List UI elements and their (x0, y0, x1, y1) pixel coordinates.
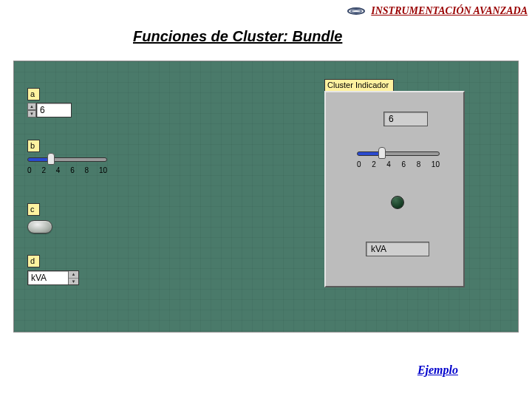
combo-value-d: kVA (28, 271, 68, 284)
tick-label: 6 (402, 160, 406, 168)
brand-logo (346, 4, 366, 18)
indicator-slider: 0 2 4 6 8 10 (357, 149, 440, 168)
slider-track (27, 157, 107, 162)
tick-label: 0 (27, 166, 32, 174)
slider-ticks-b: 0 2 4 6 8 10 (27, 166, 107, 174)
control-a-label: a (27, 88, 40, 100)
tick-label: 4 (386, 160, 391, 168)
tick-label: 0 (357, 160, 361, 168)
indicator-numeric: 6 (383, 112, 428, 126)
ejemplo-link[interactable]: Ejemplo (417, 364, 458, 377)
slider-thumb[interactable] (47, 153, 55, 165)
decrement-icon[interactable]: ▼ (27, 110, 36, 117)
control-b-label: b (27, 140, 40, 152)
combo-spin-buttons[interactable]: ▲ ▼ (68, 271, 78, 284)
page-title: Funciones de Cluster: Bundle (133, 28, 342, 45)
cluster-indicator: 6 0 2 4 6 8 10 kVA (324, 91, 465, 287)
brand-title: INSTRUMENTACIÓN AVANZADA (371, 5, 528, 17)
tick-label: 4 (56, 166, 61, 174)
spin-buttons[interactable]: ▲ ▼ (27, 103, 36, 117)
tick-label: 10 (432, 160, 440, 168)
tick-label: 8 (417, 160, 421, 168)
tick-label: 2 (372, 160, 376, 168)
chevron-up-icon[interactable]: ▲ (69, 271, 78, 279)
control-c-label: c (27, 203, 40, 216)
tick-label: 10 (99, 166, 107, 174)
increment-icon[interactable]: ▲ (27, 103, 36, 110)
tick-label: 2 (41, 166, 46, 174)
control-a: a ▲ ▼ 6 (27, 86, 72, 117)
combo-control-d[interactable]: kVA ▲ ▼ (27, 270, 79, 285)
control-b: b 0 2 4 6 8 10 (27, 138, 107, 174)
control-c: c (27, 202, 52, 233)
header-bar: INSTRUMENTACIÓN AVANZADA (346, 4, 528, 18)
indicator-combo: kVA (366, 242, 429, 256)
numeric-control-a[interactable]: ▲ ▼ 6 (27, 103, 72, 117)
boolean-toggle-c[interactable] (27, 220, 52, 233)
chevron-down-icon[interactable]: ▼ (69, 279, 78, 285)
slider-ticks-indicator: 0 2 4 6 8 10 (357, 160, 440, 168)
slider-control-b[interactable]: 0 2 4 6 8 10 (27, 154, 107, 174)
tick-label: 8 (85, 166, 89, 174)
indicator-led (391, 196, 404, 209)
control-d: d kVA ▲ ▼ (27, 253, 79, 285)
numeric-field-a[interactable]: 6 (36, 103, 72, 117)
slider-track (357, 151, 440, 156)
slider-thumb (378, 147, 386, 159)
tick-label: 6 (70, 166, 75, 174)
control-d-label: d (27, 255, 40, 267)
cluster-label: Cluster Indicador (324, 79, 394, 92)
front-panel: a ▲ ▼ 6 b 0 2 4 6 8 10 (13, 61, 519, 332)
